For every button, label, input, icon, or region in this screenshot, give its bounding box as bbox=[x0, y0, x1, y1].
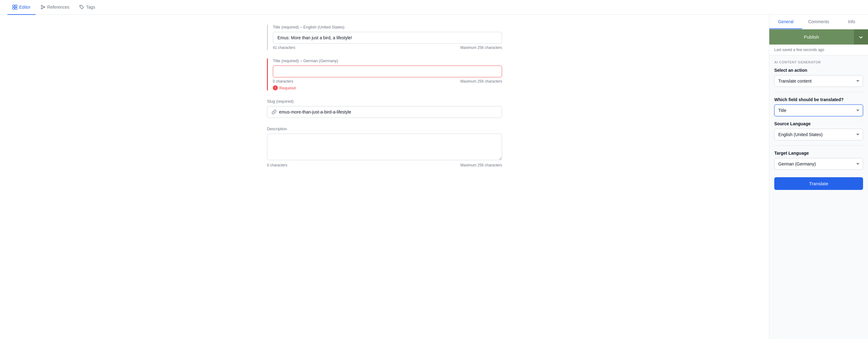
description-max: Maximum 256 characters bbox=[460, 163, 502, 167]
form-section: Title (required) – English (United State… bbox=[267, 25, 502, 167]
divider-1 bbox=[774, 92, 863, 92]
top-nav: Editor References Tags bbox=[0, 0, 868, 15]
sidebar-tab-general[interactable]: General bbox=[769, 15, 802, 29]
title-german-meta: 0 characters Maximum 256 characters bbox=[273, 79, 502, 84]
slug-group: Slug (required) bbox=[267, 99, 502, 118]
publish-dropdown-button[interactable] bbox=[854, 29, 868, 44]
select-action-wrapper: Translate content bbox=[774, 75, 863, 87]
target-language-label: Target Language bbox=[774, 151, 863, 156]
description-meta: 0 characters Maximum 256 characters bbox=[267, 163, 502, 167]
slug-input-wrapper bbox=[267, 106, 502, 118]
description-group: Description 0 characters Maximum 256 cha… bbox=[267, 126, 502, 167]
source-language-wrapper: English (United States) bbox=[774, 129, 863, 141]
title-german-label: Title (required) – German (Germany) bbox=[273, 58, 502, 63]
editor-area: Title (required) – English (United State… bbox=[0, 15, 769, 339]
source-language-dropdown[interactable]: English (United States) bbox=[774, 129, 863, 141]
references-icon bbox=[40, 5, 45, 9]
required-error-text: Required bbox=[279, 86, 296, 90]
svg-rect-3 bbox=[15, 7, 17, 9]
svg-line-7 bbox=[42, 6, 43, 7]
app-layout: Editor References Tags bbox=[0, 0, 868, 339]
svg-rect-2 bbox=[13, 7, 14, 9]
svg-point-4 bbox=[41, 5, 42, 6]
tab-references[interactable]: References bbox=[36, 0, 74, 15]
slug-input[interactable] bbox=[279, 110, 497, 115]
required-error: Required bbox=[273, 85, 502, 90]
svg-point-5 bbox=[41, 8, 42, 9]
tags-icon bbox=[79, 5, 84, 9]
svg-point-9 bbox=[81, 6, 81, 6]
sidebar-tabs: General Comments Info bbox=[769, 15, 868, 29]
editor-icon bbox=[12, 5, 17, 9]
right-sidebar: General Comments Info Publish bbox=[769, 15, 868, 339]
divider-2 bbox=[774, 145, 863, 146]
title-english-meta: 41 characters Maximum 256 characters bbox=[273, 45, 502, 50]
select-action-dropdown[interactable]: Translate content bbox=[774, 75, 863, 87]
title-english-group: Title (required) – English (United State… bbox=[267, 25, 502, 50]
title-english-label: Title (required) – English (United State… bbox=[273, 25, 502, 29]
svg-point-6 bbox=[43, 6, 45, 8]
target-language-dropdown[interactable]: German (Germany) bbox=[774, 158, 863, 170]
title-english-char-count: 41 characters bbox=[273, 45, 296, 50]
tab-tags[interactable]: Tags bbox=[74, 0, 100, 15]
which-field-wrapper: Title bbox=[774, 104, 863, 116]
which-field-label: Which field should be translated? bbox=[774, 97, 863, 102]
svg-line-8 bbox=[42, 7, 43, 8]
title-german-char-count: 0 characters bbox=[273, 79, 293, 84]
title-english-input[interactable] bbox=[273, 32, 502, 43]
title-german-input[interactable] bbox=[273, 66, 502, 77]
ai-content-generator: AI CONTENT GENERATOR Select an action Tr… bbox=[769, 55, 868, 195]
description-label: Description bbox=[267, 126, 502, 131]
select-action-label: Select an action bbox=[774, 68, 863, 73]
which-field-dropdown[interactable]: Title bbox=[774, 104, 863, 116]
tab-editor[interactable]: Editor bbox=[7, 0, 36, 15]
slug-label: Slug (required) bbox=[267, 99, 502, 103]
sidebar-content: Publish Last saved a few seconds ago AI … bbox=[769, 29, 868, 195]
source-language-label: Source Language bbox=[774, 121, 863, 126]
target-language-wrapper: German (Germany) bbox=[774, 158, 863, 170]
publish-bar: Publish bbox=[769, 29, 868, 44]
title-english-max: Maximum 256 characters bbox=[460, 45, 502, 50]
title-german-max: Maximum 256 characters bbox=[460, 79, 502, 84]
error-icon bbox=[273, 85, 278, 90]
link-icon bbox=[272, 110, 277, 115]
chevron-down-icon bbox=[859, 35, 863, 39]
svg-rect-0 bbox=[13, 5, 14, 7]
translate-button[interactable]: Translate bbox=[774, 177, 863, 190]
description-input[interactable] bbox=[267, 134, 502, 160]
description-char-count: 0 characters bbox=[267, 163, 287, 167]
main-content: Title (required) – English (United State… bbox=[0, 15, 868, 339]
publish-button[interactable]: Publish bbox=[769, 29, 854, 44]
title-german-group: Title (required) – German (Germany) 0 ch… bbox=[267, 58, 502, 90]
last-saved: Last saved a few seconds ago bbox=[769, 44, 868, 55]
sidebar-tab-comments[interactable]: Comments bbox=[802, 15, 835, 29]
ai-section-title: AI CONTENT GENERATOR bbox=[774, 60, 863, 64]
sidebar-tab-info[interactable]: Info bbox=[835, 15, 868, 29]
svg-rect-1 bbox=[15, 5, 17, 7]
